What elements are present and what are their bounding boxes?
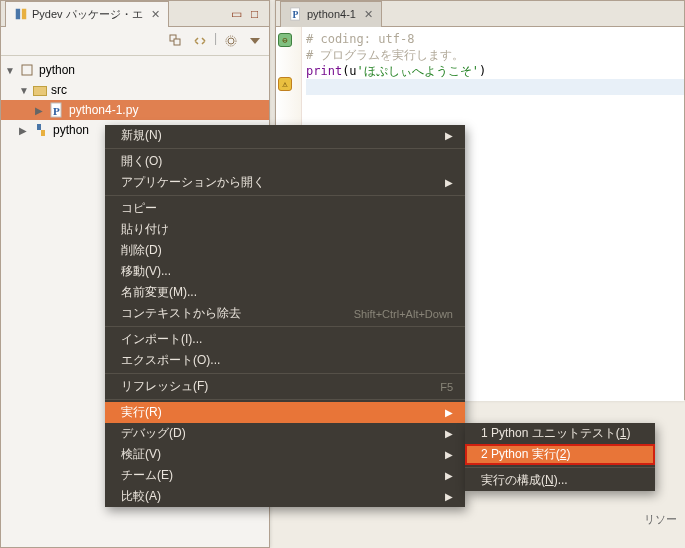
code-line: # プログラムを実行します。 (306, 48, 464, 62)
gear-icon[interactable] (221, 31, 241, 51)
menu-separator (465, 467, 655, 468)
menu-open[interactable]: 開く(O) (105, 151, 465, 172)
submenu-arrow-icon: ▶ (445, 449, 453, 460)
minimize-icon[interactable]: ▭ (231, 7, 245, 21)
submenu-arrow-icon: ▶ (445, 130, 453, 141)
python-icon (33, 122, 49, 138)
pydev-icon (14, 7, 28, 21)
menu-open-with-app[interactable]: アプリケーションから開く▶ (105, 172, 465, 193)
code-line: # coding: utf-8 (306, 32, 414, 46)
menu-compare[interactable]: 比較(A)▶ (105, 486, 465, 507)
menu-team[interactable]: チーム(E)▶ (105, 465, 465, 486)
menu-separator (105, 373, 465, 374)
tab-title: Pydev パッケージ・エ (32, 7, 143, 22)
current-line (306, 79, 684, 95)
tree-label: python (53, 123, 89, 137)
menu-import[interactable]: インポート(I)... (105, 329, 465, 350)
menu-separator (105, 326, 465, 327)
menu-separator (105, 148, 465, 149)
close-icon[interactable]: ✕ (364, 8, 373, 21)
tree-label: python (39, 63, 75, 77)
menu-move[interactable]: 移動(V)... (105, 261, 465, 282)
menu-export[interactable]: エクスポート(O)... (105, 350, 465, 371)
warning-icon[interactable]: ⚠ (278, 77, 292, 91)
editor-tab-title: python4-1 (307, 8, 356, 20)
run-submenu: 1 Python ユニットテスト(1) 2 Python 実行(2) 実行の構成… (465, 423, 655, 491)
tree-src-folder[interactable]: ▼ src (1, 80, 269, 100)
tree-project[interactable]: ▼ python (1, 60, 269, 80)
svg-rect-3 (174, 39, 180, 45)
menu-run[interactable]: 実行(R)▶ (105, 402, 465, 423)
menu-verify[interactable]: 検証(V)▶ (105, 444, 465, 465)
code-token: (u (342, 64, 356, 78)
tree-label: src (51, 83, 67, 97)
svg-text:P: P (293, 9, 299, 20)
svg-rect-6 (22, 65, 32, 75)
submenu-arrow-icon: ▶ (445, 407, 453, 418)
code-token: print (306, 64, 342, 78)
expand-arrow-icon[interactable]: ▼ (19, 85, 29, 96)
menu-label: 実行の構成(N)... (481, 472, 568, 489)
left-toolbar: | (1, 27, 269, 56)
menu-refresh[interactable]: リフレッシュ(F)F5 (105, 376, 465, 397)
menu-label: 2 Python 実行(2) (481, 446, 570, 463)
close-icon[interactable]: ✕ (151, 8, 160, 21)
menu-separator (105, 195, 465, 196)
expand-arrow-icon[interactable]: ▶ (35, 105, 45, 116)
submenu-arrow-icon: ▶ (445, 177, 453, 188)
folder-icon (33, 86, 47, 96)
maximize-icon[interactable]: □ (251, 7, 265, 21)
menu-separator (105, 399, 465, 400)
submenu-arrow-icon: ▶ (445, 428, 453, 439)
separator: | (214, 31, 217, 51)
code-token: ) (479, 64, 486, 78)
menu-copy[interactable]: コピー (105, 198, 465, 219)
editor-tab-python4-1[interactable]: P python4-1 ✕ (280, 1, 382, 27)
menu-debug[interactable]: デバッグ(D)▶ (105, 423, 465, 444)
expand-arrow-icon[interactable]: ▶ (19, 125, 29, 136)
link-editor-icon[interactable] (190, 31, 210, 51)
svg-point-4 (228, 38, 234, 44)
submenu-arrow-icon: ▶ (445, 491, 453, 502)
submenu-python-run[interactable]: 2 Python 実行(2) (465, 444, 655, 465)
fold-icon[interactable]: ⊖ (278, 33, 292, 47)
svg-rect-1 (22, 9, 26, 20)
left-tabbar: Pydev パッケージ・エ ✕ ▭ □ (1, 1, 269, 27)
submenu-arrow-icon: ▶ (445, 470, 453, 481)
view-menu-icon[interactable] (245, 31, 265, 51)
submenu-python-unittest[interactable]: 1 Python ユニットテスト(1) (465, 423, 655, 444)
python-file-icon: P (49, 102, 65, 118)
submenu-run-configurations[interactable]: 実行の構成(N)... (465, 470, 655, 491)
svg-rect-0 (16, 9, 20, 20)
shortcut-label: Shift+Ctrl+Alt+Down (354, 308, 453, 320)
python-file-icon: P (289, 7, 303, 21)
resource-label: リソー (640, 510, 681, 529)
code-token: 'ほぷしぃへようこそ' (357, 64, 479, 78)
tree-label: python4-1.py (69, 103, 138, 117)
expand-arrow-icon[interactable]: ▼ (5, 65, 15, 76)
tree-file-python4-1[interactable]: ▶ P python4-1.py (1, 100, 269, 120)
collapse-all-icon[interactable] (166, 31, 186, 51)
menu-rename[interactable]: 名前変更(M)... (105, 282, 465, 303)
menu-paste[interactable]: 貼り付け (105, 219, 465, 240)
menu-label: 1 Python ユニットテスト(1) (481, 425, 630, 442)
editor-tabbar: P python4-1 ✕ (276, 1, 684, 27)
menu-new[interactable]: 新規(N)▶ (105, 125, 465, 146)
project-icon (19, 62, 35, 78)
context-menu: 新規(N)▶ 開く(O) アプリケーションから開く▶ コピー 貼り付け 削除(D… (105, 125, 465, 507)
package-explorer-tab[interactable]: Pydev パッケージ・エ ✕ (5, 1, 169, 27)
menu-remove-from-context[interactable]: コンテキストから除去Shift+Ctrl+Alt+Down (105, 303, 465, 324)
svg-text:P: P (53, 105, 60, 117)
shortcut-label: F5 (440, 381, 453, 393)
menu-delete[interactable]: 削除(D) (105, 240, 465, 261)
